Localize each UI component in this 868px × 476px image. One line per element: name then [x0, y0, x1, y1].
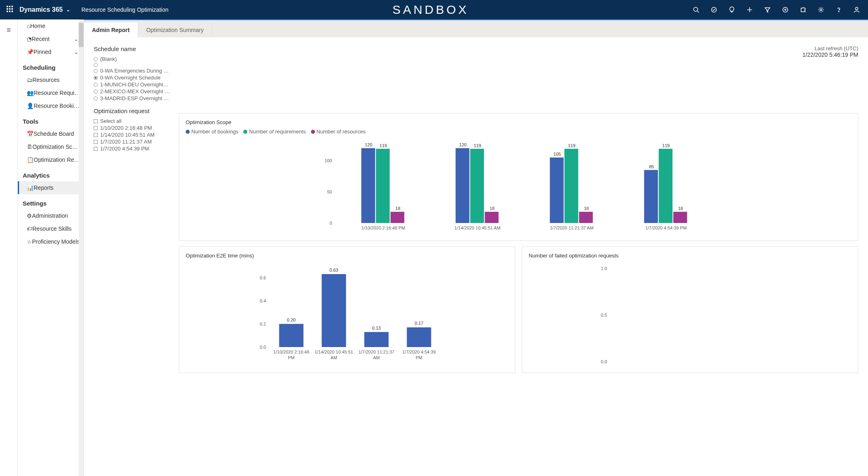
- filter-option-schedule[interactable]: (Blank): [94, 56, 175, 62]
- radio-icon: [94, 83, 98, 87]
- refresh-timestamp: 1/22/2020 5:46:19 PM: [802, 51, 858, 58]
- sidebar-item-resource-bookings[interactable]: 👤Resource Bookings: [18, 99, 84, 112]
- hamburger-icon[interactable]: ≡: [6, 26, 11, 476]
- failed-requests-card: Number of failed optimization requests 1…: [522, 247, 858, 373]
- gear-icon: ⚙: [27, 212, 32, 219]
- card-title: Optimization Scope: [186, 119, 851, 125]
- chevron-down-icon: ⌄: [74, 49, 79, 55]
- task-icon[interactable]: [711, 6, 717, 13]
- last-refresh: Last refresh (UTC) 1/22/2020 5:46:19 PM: [802, 45, 858, 152]
- checkbox-icon: [94, 140, 98, 144]
- svg-rect-42: [579, 212, 593, 223]
- app-launcher-icon[interactable]: [3, 6, 16, 14]
- filter-option-schedule[interactable]: 3-MADRID-ESP Overnight …: [94, 95, 175, 102]
- plus-icon[interactable]: [746, 6, 753, 13]
- sidebar-item-resource-requirements[interactable]: 👥Resource Require…: [18, 86, 84, 99]
- add-circle-icon[interactable]: [782, 6, 789, 13]
- svg-text:PM: PM: [288, 355, 295, 360]
- topbar: Dynamics 365 ⌄ Resource Scheduling Optim…: [0, 0, 868, 19]
- filter-option-select-all[interactable]: Select all: [94, 118, 175, 124]
- tab-optimization-summary[interactable]: Optimization Summary: [138, 23, 212, 37]
- svg-point-19: [838, 11, 839, 12]
- radio-icon: [94, 90, 98, 94]
- svg-text:1/14/2020 10:45:51 AM: 1/14/2020 10:45:51 AM: [454, 225, 501, 230]
- svg-rect-26: [376, 149, 390, 223]
- svg-text:100: 100: [325, 158, 332, 163]
- filter-option-optreq[interactable]: 1/14/2020 10:45:51 AM: [94, 131, 175, 138]
- svg-text:1/10/2020 2:16:48 PM: 1/10/2020 2:16:48 PM: [361, 225, 405, 230]
- svg-rect-60: [322, 274, 346, 347]
- sidebar-item-recent[interactable]: ◔Recent⌄: [18, 32, 84, 45]
- sidebar-item-proficiency-models[interactable]: ☆Proficiency Models: [18, 235, 84, 248]
- svg-text:119: 119: [662, 143, 670, 148]
- filter-option-label: 0-WA Emergencies During …: [100, 68, 169, 74]
- checkbox-icon: [94, 119, 98, 123]
- collapse-rail: ≡: [0, 19, 18, 476]
- sidebar-item-reports[interactable]: 📊Reports: [18, 181, 84, 194]
- y-tick: 1.0: [601, 266, 607, 271]
- svg-point-6: [7, 11, 8, 12]
- request-icon: 📋: [27, 157, 34, 163]
- brand-text: Dynamics 365: [19, 6, 63, 13]
- tabs: Admin Report Optimization Summary: [84, 19, 868, 37]
- sidebar-item-label: Proficiency Models: [32, 238, 80, 245]
- sidebar-item-pinned[interactable]: 📌Pinned⌄: [18, 45, 84, 58]
- radio-icon: [94, 76, 98, 80]
- refresh-label: Last refresh (UTC): [802, 45, 858, 51]
- svg-line-10: [697, 11, 699, 13]
- sidebar-item-label: Schedule Board: [34, 131, 74, 137]
- brand-dropdown[interactable]: Dynamics 365 ⌄: [19, 6, 70, 13]
- filter-option-label: 1-MUNICH-DEU Overnight…: [100, 81, 168, 88]
- filter-option-optreq[interactable]: 1/10/2020 2:16:48 PM: [94, 124, 175, 131]
- svg-point-0: [7, 6, 8, 7]
- lightbulb-icon[interactable]: [729, 6, 735, 13]
- svg-text:1/7/2020 4:54:39 PM: 1/7/2020 4:54:39 PM: [645, 225, 687, 230]
- svg-point-8: [12, 11, 13, 12]
- sidebar-item-home[interactable]: ⌂Home: [18, 19, 84, 32]
- schedule-icon: 🗓: [27, 144, 32, 150]
- sidebar-item-optimization-schedules[interactable]: 🗓Optimization Sche…: [18, 140, 84, 153]
- sidebar-item-label: Home: [30, 23, 45, 29]
- sidebar-item-resource-skills[interactable]: 🏷Resource Skills: [18, 222, 84, 235]
- checkbox-icon: [94, 126, 98, 130]
- svg-text:0.0: 0.0: [260, 345, 266, 349]
- card-title: Number of failed optimization requests: [529, 253, 851, 259]
- sidebar-item-administration[interactable]: ⚙Administration: [18, 209, 84, 222]
- svg-point-5: [12, 9, 13, 10]
- svg-text:0.63: 0.63: [330, 268, 338, 272]
- search-icon[interactable]: [693, 6, 699, 13]
- svg-text:AM: AM: [373, 355, 380, 360]
- help-icon[interactable]: [836, 6, 842, 13]
- user-icon[interactable]: [853, 6, 860, 13]
- filter-icon[interactable]: [764, 6, 771, 13]
- scope-chart: 050100120119181/10/2020 2:16:48 PM120119…: [186, 138, 851, 235]
- svg-text:120: 120: [459, 142, 467, 147]
- skills-icon: 🏷: [27, 225, 32, 232]
- filter-option-optreq[interactable]: 1/7/2020 4:54:39 PM: [94, 145, 175, 152]
- filter-option-schedule[interactable]: [94, 62, 175, 67]
- sidebar-item-optimization-requests[interactable]: 📋Optimization Req…: [18, 153, 84, 166]
- card-title: Optimization E2E time (mins): [186, 253, 508, 259]
- svg-rect-35: [485, 212, 499, 223]
- filter-option-schedule[interactable]: 0-WA Emergencies During …: [94, 67, 175, 74]
- sidebar-item-label: Optimization Sche…: [32, 144, 80, 150]
- svg-rect-38: [550, 157, 564, 223]
- svg-text:PM: PM: [416, 355, 422, 360]
- sidebar-item-resources[interactable]: 🗂Resources: [18, 73, 84, 86]
- svg-point-20: [855, 7, 858, 10]
- puzzle-icon[interactable]: [800, 6, 806, 13]
- sidebar-item-schedule-board[interactable]: 📅Schedule Board: [18, 127, 84, 140]
- filter-option-schedule[interactable]: 1-MUNICH-DEU Overnight…: [94, 81, 175, 88]
- svg-text:50: 50: [327, 189, 332, 194]
- gear-icon[interactable]: [818, 6, 824, 13]
- tab-admin-report[interactable]: Admin Report: [84, 23, 138, 38]
- svg-rect-40: [564, 149, 578, 223]
- sidebar-section-settings: Settings: [18, 194, 84, 209]
- svg-text:18: 18: [678, 206, 683, 211]
- filter-option-schedule[interactable]: 2-MEXICO-MEX Overnight …: [94, 88, 175, 95]
- sidebar-scrollbar[interactable]: [79, 19, 84, 476]
- sidebar-item-label: Recent: [32, 36, 49, 42]
- filter-option-schedule[interactable]: 0-WA Overnight Schedule: [94, 74, 175, 81]
- e2e-time-card: Optimization E2E time (mins) 0.00.20.40.…: [179, 247, 515, 373]
- filter-option-optreq[interactable]: 1/7/2020 11:21:37 AM: [94, 138, 175, 145]
